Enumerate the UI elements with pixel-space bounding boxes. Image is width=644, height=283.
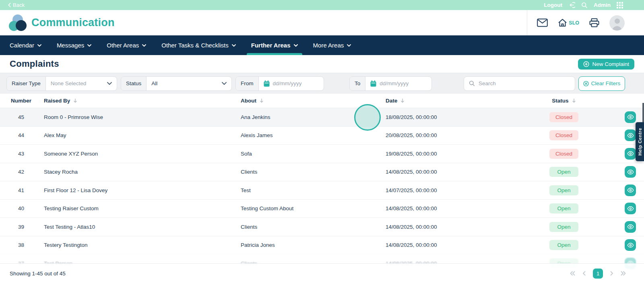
cell-date: 20/08/2025, 00:00:00 — [386, 132, 539, 138]
printer-icon[interactable] — [589, 18, 599, 27]
column-header-number[interactable]: Number — [0, 98, 34, 104]
app-header: Communication SLO — [0, 10, 644, 35]
nav-item-messages[interactable]: Messages — [49, 35, 99, 55]
nav-item-other-areas[interactable]: Other Areas — [99, 35, 154, 55]
chevron-down-icon — [142, 44, 146, 47]
eye-icon — [627, 133, 634, 138]
cell-date: 14/08/2025, 00:00:00 — [386, 169, 539, 175]
view-complaint-button[interactable] — [625, 111, 636, 123]
view-complaint-button[interactable] — [625, 185, 636, 196]
cell-about: Clients — [241, 169, 386, 175]
sort-down-icon — [400, 98, 405, 103]
search-box — [464, 76, 575, 91]
filter-bar: Raiser Type None Selected Status All Fro… — [0, 73, 644, 94]
status-badge: Closed — [549, 130, 578, 140]
home-icon — [558, 18, 567, 27]
chevron-down-icon — [347, 44, 351, 47]
status-badge: Open — [549, 185, 578, 195]
status-badge: Closed — [549, 149, 578, 159]
logout-button[interactable]: Logout — [544, 2, 562, 8]
table-row[interactable]: 42 Stacey Rocha Clients 14/08/2025, 00:0… — [0, 163, 644, 181]
admin-menu[interactable]: Admin — [594, 2, 611, 8]
cell-about: Test — [241, 187, 386, 193]
nav-item-further-areas[interactable]: Further Areas — [244, 35, 305, 55]
status-badge: Open — [549, 240, 578, 250]
eye-icon — [627, 169, 634, 175]
cell-number: 43 — [0, 151, 34, 157]
to-date-filter[interactable]: To dd/mm/yyyy — [349, 76, 432, 91]
cell-date: 14/08/2025, 00:00:00 — [386, 242, 539, 248]
home-link[interactable]: SLO — [558, 18, 579, 27]
status-badge: Open — [549, 203, 578, 213]
status-label: Status — [121, 77, 147, 90]
nav-item-more-areas[interactable]: More Areas — [305, 35, 359, 55]
column-header-about[interactable]: About — [241, 98, 386, 104]
main-nav: Calendar Messages Other Areas Other Task… — [0, 35, 644, 55]
showing-count: Showing 1-45 out of 45 — [10, 271, 66, 277]
pagination: 1 — [570, 269, 626, 279]
cell-date: 14/08/2025, 00:00:00 — [386, 224, 539, 230]
prev-page-button[interactable] — [582, 271, 586, 276]
next-page-button[interactable] — [610, 271, 613, 276]
table-row[interactable]: 41 First Floor 12 - Lisa Dovey Test 14/0… — [0, 181, 644, 199]
table-footer: Showing 1-45 out of 45 1 — [0, 263, 644, 283]
nav-item-calendar[interactable]: Calendar — [2, 35, 49, 55]
cell-raised-by: Room 0 - Primrose Wise — [34, 114, 241, 120]
sort-down-icon — [73, 98, 77, 103]
view-complaint-button[interactable] — [625, 166, 636, 178]
table-row[interactable]: 43 Someone XYZ Person Sofa 19/08/2025, 0… — [0, 144, 644, 163]
search-input[interactable] — [479, 80, 570, 86]
cell-about: Sofa — [241, 151, 386, 157]
view-complaint-button[interactable] — [625, 148, 636, 160]
column-header-date[interactable]: Date — [386, 98, 539, 104]
table-row[interactable]: 38 Testery Testington Patricia Jones 14/… — [0, 236, 644, 254]
raiser-type-value: None Selected — [51, 80, 87, 86]
help-centre-tab[interactable]: Help Centre — [636, 122, 644, 161]
cell-number: 39 — [0, 224, 34, 230]
table-row[interactable]: 40 Testing Raiser Custom Testing Custom … — [0, 199, 644, 218]
back-button[interactable]: Back — [8, 2, 25, 8]
cell-raised-by: Testing Raiser Custom — [34, 205, 241, 211]
last-page-button[interactable] — [620, 271, 626, 276]
cell-about: Testing Custom About — [241, 205, 386, 211]
eye-icon — [627, 187, 634, 193]
view-complaint-button[interactable] — [625, 239, 636, 251]
view-complaint-button[interactable] — [625, 129, 636, 141]
chevron-down-icon — [37, 44, 41, 47]
cell-about: Ana Jenkins — [241, 114, 386, 120]
mail-icon[interactable] — [537, 18, 548, 27]
cell-raised-by: First Floor 12 - Lisa Dovey — [34, 187, 241, 193]
status-filter[interactable]: Status All — [121, 76, 232, 91]
table-row[interactable]: 39 Test Testing - Atlas10 Clients 14/08/… — [0, 217, 644, 236]
nav-item-other-tasks-checklists[interactable]: Other Tasks & Checklists — [154, 35, 243, 55]
table-row[interactable]: 45 Room 0 - Primrose Wise Ana Jenkins 18… — [0, 108, 644, 126]
to-date-value: dd/mm/yyyy — [380, 80, 409, 86]
cell-number: 41 — [0, 187, 34, 193]
apps-grid-icon[interactable] — [617, 2, 623, 8]
raiser-type-label: Raiser Type — [7, 77, 46, 90]
table-header: Number Raised By About Date Status — [0, 94, 644, 108]
clear-filters-button[interactable]: Clear Filters — [578, 76, 625, 91]
cell-number: 45 — [0, 114, 34, 120]
page-number-button[interactable]: 1 — [593, 269, 603, 279]
eye-icon — [627, 224, 634, 230]
search-icon[interactable] — [581, 2, 588, 8]
from-date-filter[interactable]: From dd/mm/yyyy — [235, 76, 324, 91]
first-page-button[interactable] — [570, 271, 576, 276]
column-header-status[interactable]: Status — [539, 98, 588, 104]
table-row[interactable]: 44 Alex May Alexis James 20/08/2025, 00:… — [0, 126, 644, 145]
eye-icon — [627, 242, 634, 248]
calendar-icon — [370, 80, 376, 87]
chevron-down-icon — [222, 82, 227, 85]
cell-about: Patricia Jones — [241, 242, 386, 248]
cell-number: 40 — [0, 205, 34, 211]
column-header-raised-by[interactable]: Raised By — [34, 98, 241, 104]
raiser-type-filter[interactable]: Raiser Type None Selected — [6, 76, 117, 91]
avatar[interactable] — [609, 15, 625, 31]
view-complaint-button[interactable] — [625, 203, 636, 214]
view-complaint-button[interactable] — [625, 221, 636, 233]
new-complaint-button[interactable]: New Complaint — [578, 59, 634, 70]
cell-date: 14/07/2025, 00:00:00 — [386, 187, 539, 193]
logout-icon[interactable] — [568, 2, 575, 8]
status-value: All — [151, 80, 157, 86]
